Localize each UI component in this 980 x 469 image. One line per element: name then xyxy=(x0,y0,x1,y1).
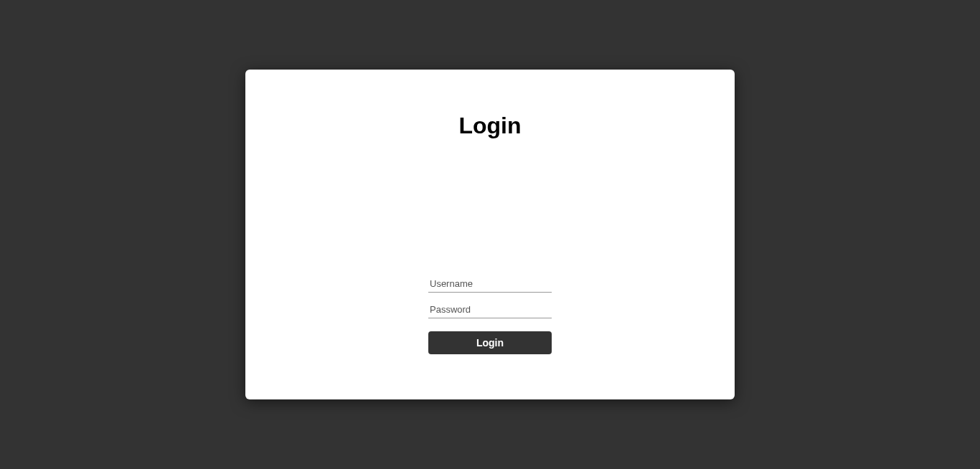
login-form: Login xyxy=(428,275,552,354)
login-title: Login xyxy=(458,113,521,139)
username-input[interactable] xyxy=(428,275,552,293)
login-button[interactable]: Login xyxy=(428,331,552,354)
password-input[interactable] xyxy=(428,301,552,318)
login-card: Login Login xyxy=(245,70,735,399)
